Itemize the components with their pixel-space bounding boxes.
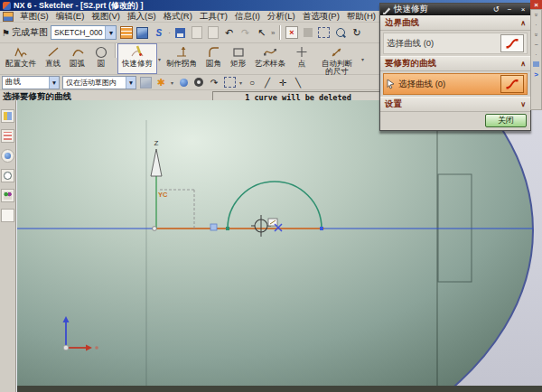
menu-insert[interactable]: 插入(S) — [124, 11, 160, 23]
snap-point-icon[interactable]: ✱ — [154, 77, 167, 89]
inferred-dimension-button[interactable]: 自动判断的尺寸 — [313, 43, 360, 74]
circle-icon — [94, 45, 108, 59]
history-icon[interactable] — [1, 169, 14, 182]
toolbar-overflow-dot[interactable]: · — [168, 29, 171, 37]
profile-button[interactable]: 配置文件 — [1, 43, 41, 74]
collapse-chevron-icon[interactable]: ∧ — [520, 60, 526, 68]
dialog-minimize-button[interactable]: − — [504, 5, 515, 14]
rectangle-select-dropdown-arrow[interactable]: ▾ — [239, 79, 242, 86]
delete-button[interactable]: × — [285, 26, 298, 40]
settings-section-header[interactable]: 设置 ∨ — [380, 97, 530, 112]
mid-point-snap-icon[interactable] — [192, 77, 205, 89]
arc-endpoint-left[interactable] — [226, 227, 229, 230]
dialog-title-bar[interactable]: 快速修剪 ↺ − × — [380, 4, 530, 15]
rotate-view-icon[interactable]: ↻ — [350, 26, 363, 40]
menu-information[interactable]: 信息(I) — [231, 11, 264, 23]
roles-icon[interactable] — [1, 189, 14, 202]
midpoint-handle[interactable] — [210, 224, 217, 230]
boundary-curve-button[interactable] — [500, 34, 524, 52]
internet-explorer-icon[interactable] — [1, 149, 14, 163]
line-button[interactable]: 直线 — [41, 43, 65, 74]
fillet-icon — [207, 45, 221, 59]
rectangle-select-icon[interactable] — [223, 77, 236, 89]
expand-chevron-icon[interactable]: ∨ — [520, 100, 526, 108]
app-close-button[interactable]: × — [530, 0, 542, 9]
quick-trim-dropdown-arrow[interactable]: ▾ — [158, 56, 161, 62]
dialog-title: 快速修剪 — [394, 4, 488, 15]
sphere-model[interactable] — [17, 100, 533, 392]
right-dock-strip: » · » − · > — [530, 9, 542, 110]
studio-spline-button[interactable]: 艺术样条 — [250, 43, 290, 74]
snap-point-dropdown-arrow[interactable]: ▾ — [171, 79, 173, 86]
assembly-navigator-icon[interactable] — [1, 109, 14, 123]
graphics-window[interactable]: Z YC — [16, 100, 542, 392]
app-icon — [3, 2, 11, 10]
menu-preferences[interactable]: 首选项(P) — [299, 11, 343, 23]
menu-edit[interactable]: 编辑(E) — [52, 11, 89, 23]
intersection-snap-icon: ↷ — [208, 77, 220, 89]
inferred-dimension-dropdown-arrow[interactable]: ▾ — [361, 56, 364, 62]
boundary-select-curve-row[interactable]: 选择曲线 (0) — [383, 33, 528, 54]
arc-icon — [70, 45, 85, 59]
resource-blank-icon[interactable] — [1, 209, 14, 222]
sketch-origin-point[interactable] — [153, 227, 157, 231]
end-point-snap-icon[interactable] — [177, 77, 190, 89]
dialog-close-icon[interactable]: × — [518, 5, 528, 14]
selection-cursor-icon[interactable]: ↖ — [255, 26, 268, 40]
circle-button[interactable]: 圆 — [89, 43, 113, 74]
menu-sketch[interactable]: 草图(S) — [16, 11, 52, 23]
zoom-box-icon[interactable] — [317, 26, 331, 40]
save-button[interactable] — [173, 26, 187, 40]
close-button[interactable]: 关闭 — [485, 114, 527, 127]
finish-sketch-label: 完成草图 — [12, 26, 48, 39]
dock-chevron-icon[interactable]: » — [533, 14, 539, 17]
chevron-down-icon[interactable]: ▼ — [126, 77, 136, 89]
undo-button[interactable]: ↶ — [222, 26, 236, 40]
chevron-down-icon[interactable]: ▼ — [49, 77, 59, 89]
sketch-name-value: SKETCH_000 — [51, 28, 105, 37]
zoom-icon[interactable] — [333, 26, 347, 40]
type-filter-combo[interactable]: 曲线 ▼ — [2, 76, 60, 89]
sketch-name-combo[interactable]: SKETCH_000 ▼ — [51, 25, 117, 40]
constraint-navigator-icon[interactable] — [1, 129, 14, 143]
reattach-icon[interactable]: S — [152, 26, 165, 40]
make-corner-button[interactable]: 制作拐角 — [162, 43, 201, 74]
chevron-down-icon[interactable]: ▼ — [105, 26, 116, 39]
expand-panel-arrow[interactable]: > — [534, 70, 538, 79]
arc-button[interactable]: 圆弧 — [65, 43, 89, 74]
dialog-reset-button[interactable]: ↺ — [491, 5, 501, 14]
sketch-style-icon[interactable] — [119, 26, 133, 40]
studio-spline-icon — [263, 45, 277, 59]
rectangle-button[interactable]: 矩形 — [226, 43, 250, 74]
slash-snap-icon: ╱ — [261, 77, 274, 89]
copy-icon — [190, 26, 203, 40]
toolbar-overflow-chevron[interactable]: » — [271, 29, 275, 37]
arc-endpoint-right[interactable] — [320, 227, 323, 230]
quick-trim-button[interactable]: 快速修剪 — [117, 43, 157, 74]
main-area: Z YC — [0, 100, 542, 392]
paste-icon — [206, 26, 220, 40]
menu-tools[interactable]: 工具(T) — [196, 11, 231, 23]
dock-dot: · — [535, 22, 537, 28]
toolbar-separator — [279, 25, 280, 40]
menu-view[interactable]: 视图(V) — [88, 11, 124, 23]
menu-analysis[interactable]: 分析(L) — [264, 11, 299, 23]
trim-curve-button[interactable] — [500, 75, 524, 93]
orient-view-icon[interactable] — [136, 26, 149, 40]
curve-icon — [504, 37, 520, 50]
menu-help[interactable]: 帮助(H) — [343, 11, 379, 23]
menu-format[interactable]: 格式(R) — [160, 11, 196, 23]
scope-filter-value: 仅在活动草图内 — [63, 78, 126, 88]
trim-select-curve-row[interactable]: 选择曲线 (0) — [383, 73, 528, 95]
scope-filter-combo[interactable]: 仅在活动草图内 ▼ — [62, 76, 136, 89]
collapse-chevron-icon[interactable]: ∧ — [520, 19, 526, 27]
finish-sketch-button[interactable]: ⚑ 完成草图 — [2, 26, 48, 39]
point-button[interactable]: 点 — [290, 43, 313, 74]
dock-panel-icon[interactable] — [533, 61, 539, 67]
wcs-origin[interactable] — [63, 345, 69, 350]
dock-chevron-icon[interactable]: » — [533, 33, 539, 37]
boundary-curves-section-header[interactable]: 边界曲线 ∧ — [380, 15, 530, 31]
fillet-button[interactable]: 圆角 — [201, 43, 226, 74]
curves-to-trim-section-header[interactable]: 要修剪的曲线 ∧ — [380, 56, 530, 71]
fit-view-icon — [301, 26, 314, 40]
